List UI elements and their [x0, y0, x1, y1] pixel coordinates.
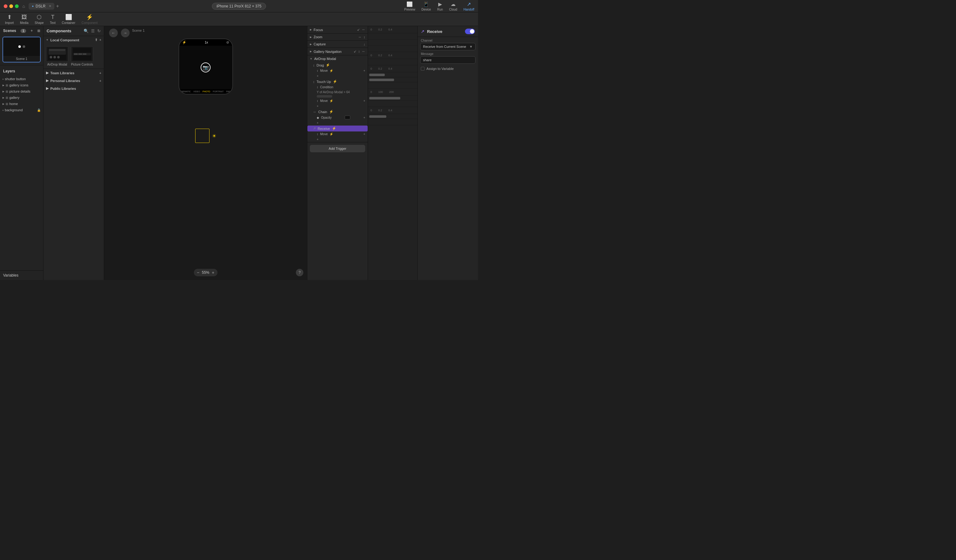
layer-background[interactable]: ▪ background 🔒: [0, 107, 43, 113]
minimize-button[interactable]: [9, 4, 13, 8]
active-tab[interactable]: ● DSLR ✕: [28, 3, 54, 9]
chain-add-button[interactable]: +: [363, 116, 365, 120]
focus-header[interactable]: ▶ Focus ↙ ↔: [307, 26, 368, 33]
layer-home[interactable]: ▶ ⊞ home: [0, 101, 43, 107]
receive-move-icon: ↕: [317, 132, 318, 136]
airdrop-modal-header[interactable]: ▼ AirDrop Modal: [307, 55, 368, 62]
device-button[interactable]: 📱 Device: [421, 1, 431, 11]
gallery-nav-header[interactable]: ▶ Gallery Navigation ↙ ↕ ↔: [307, 48, 368, 55]
preview-icon: ⬜: [407, 1, 413, 7]
touch-up-add-action[interactable]: +: [317, 104, 319, 108]
drag-add-button[interactable]: +: [363, 69, 365, 72]
assign-variable-checkbox[interactable]: [421, 67, 425, 71]
zoom-header[interactable]: ▶ Zoom ↔ ↕: [307, 33, 368, 40]
mode-cinematic[interactable]: CINEMATIC: [179, 90, 191, 93]
mode-photo[interactable]: PHOTO: [203, 90, 211, 93]
public-libraries-section[interactable]: ▶ Public Libraries: [44, 85, 104, 92]
add-scene-button[interactable]: +: [31, 28, 33, 33]
layer-rect-icon-2: ▪: [3, 109, 4, 112]
layer-shutter-button[interactable]: ▪ shutter button: [0, 76, 43, 82]
variables-section: Variables: [0, 271, 43, 280]
refresh-icon[interactable]: ↻: [97, 28, 101, 33]
maximize-button[interactable]: [15, 4, 19, 8]
new-tab-button[interactable]: +: [56, 3, 59, 9]
touch-up-lightning: ⚡: [333, 80, 337, 83]
interactions-panel: ▶ Focus ↙ ↔ ▶ Zoom ↔ ↕ ▶: [307, 26, 368, 280]
receive-add-action[interactable]: +: [317, 138, 319, 141]
handoff-button[interactable]: ↗ Handoff: [463, 1, 474, 11]
airdrop-modal-section: ▼ AirDrop Modal ↕ Drag ⚡ ↕ Move ⚡ + + ↕: [307, 55, 368, 142]
receive-scale: 0 0.2 0.4: [368, 107, 417, 114]
local-component-section: ▼ Local Component ⬆ +: [44, 36, 104, 69]
layer-gallery-icons[interactable]: ▶ ⊞ gallery icons: [0, 82, 43, 88]
scenes-title: Scenes: [3, 28, 16, 33]
scene-1-thumbnail[interactable]: Scene 1: [3, 37, 41, 63]
opacity-action[interactable]: ◆ Opacity +: [307, 115, 368, 120]
home-icon[interactable]: ⌂: [22, 4, 25, 9]
close-button[interactable]: [4, 4, 8, 8]
add-team-library-button[interactable]: +: [99, 71, 101, 75]
shape-tool[interactable]: ⬡ Shape: [35, 14, 44, 25]
drag-add-row: +: [307, 73, 368, 79]
components-actions: 🔍 ☰ ↻: [83, 28, 101, 33]
receive-toggle[interactable]: [465, 28, 475, 34]
component-tool[interactable]: ⚡ Component: [82, 14, 97, 25]
receive-trigger[interactable]: ↗ Receive ⚡: [307, 126, 368, 131]
search-icon[interactable]: 🔍: [83, 28, 88, 33]
picture-controls-component[interactable]: Picture Controls: [71, 46, 93, 66]
drag-add-action[interactable]: +: [317, 74, 319, 78]
layer-gallery[interactable]: ▶ ⊞ gallery: [0, 94, 43, 101]
capture-header[interactable]: ▶ Capture ↓: [307, 41, 368, 47]
import-tool[interactable]: ⬆ Import: [5, 14, 14, 25]
add-trigger-button[interactable]: Add Trigger: [310, 145, 365, 152]
add-personal-library-button[interactable]: +: [99, 79, 101, 83]
zoom-in-button[interactable]: +: [212, 270, 214, 275]
add-component-button[interactable]: +: [99, 38, 101, 42]
text-tool[interactable]: T Text: [50, 14, 56, 25]
message-input[interactable]: share: [420, 56, 475, 64]
cloud-button[interactable]: ☁ Cloud: [449, 1, 457, 11]
team-libraries-section[interactable]: ▶ Team Libraries +: [44, 69, 104, 77]
receive-add-button[interactable]: +: [363, 132, 365, 136]
media-tool[interactable]: 🖼 Media: [20, 14, 28, 25]
zoom-arrow-icon: ▶: [310, 36, 312, 39]
mode-pano[interactable]: PANO: [226, 90, 232, 93]
touch-up-trigger[interactable]: ↕ Touch Up ⚡: [307, 79, 368, 85]
main-toolbar: ⬆ Import 🖼 Media ⬡ Shape T Text ⬜ Contai…: [0, 13, 478, 26]
container-tool[interactable]: ⬜ Container: [62, 14, 75, 25]
drag-move-action[interactable]: ↕ Move ⚡ +: [307, 68, 368, 73]
personal-libraries-section[interactable]: ▶ Personal Libraries +: [44, 77, 104, 85]
receive-panel-header: ↗ Receive: [418, 26, 478, 37]
touch-up-move-action[interactable]: ↕ Move ⚡ +: [307, 98, 368, 104]
list-view-icon[interactable]: ☰: [91, 28, 95, 33]
channel-select[interactable]: Receive from Current Scene ▼: [420, 43, 475, 50]
svg-point-3: [50, 56, 52, 58]
help-button[interactable]: ?: [296, 269, 303, 276]
layer-picture-details[interactable]: ▶ ⊞ picture details: [0, 88, 43, 94]
zoom-icon-2: ↕: [364, 35, 365, 39]
zoom-out-button[interactable]: −: [197, 270, 199, 275]
drag-trigger[interactable]: ↕ Drag ⚡: [307, 62, 368, 68]
preview-button[interactable]: ⬜ Preview: [404, 1, 415, 11]
chain-trigger[interactable]: ↔ Chain ⚡: [307, 109, 368, 115]
touch-up-add-button[interactable]: +: [363, 99, 365, 102]
mode-video[interactable]: VIDEO: [193, 90, 200, 93]
run-button[interactable]: ▶ Run: [437, 1, 443, 11]
camera-shutter-icon[interactable]: 📷: [201, 63, 211, 72]
mode-portrait[interactable]: PORTRAIT: [212, 90, 223, 93]
gallery-nav-icons: ↙ ↕ ↔: [354, 49, 365, 53]
titlebar-actions: ⬜ Preview 📱 Device ▶ Run ☁ Cloud ↗ Hando…: [404, 1, 475, 11]
local-component-header[interactable]: ▼ Local Component ⬆ +: [44, 36, 104, 44]
receive-move-bar: [369, 115, 386, 118]
layer-name-shutter: shutter button: [5, 77, 26, 81]
close-tab-icon[interactable]: ✕: [49, 4, 51, 8]
chain-add-action[interactable]: +: [317, 121, 319, 124]
airdrop-modal-component[interactable]: AirDrop Modal: [46, 46, 68, 66]
capture-section: ▶ Capture ↓: [307, 41, 368, 48]
scale-r0.4: 0.4: [388, 109, 393, 112]
canvas-area[interactable]: ← → Scene 1 ⚡ 1x ⊘ 📷 CINEMATIC: [104, 26, 307, 280]
canvas-back-button[interactable]: ←: [109, 28, 118, 37]
upload-icon[interactable]: ⬆: [95, 38, 97, 42]
canvas-forward-button[interactable]: →: [121, 28, 130, 37]
receive-move-action[interactable]: ↕ Move ⚡ +: [307, 131, 368, 137]
